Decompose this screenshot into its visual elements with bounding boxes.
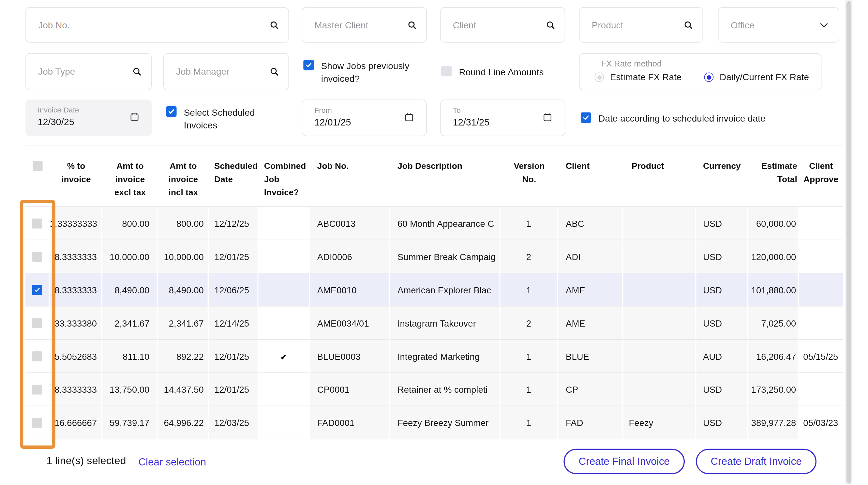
cell-version: 1 <box>500 340 558 373</box>
job-type-field[interactable]: Job Type <box>25 53 152 90</box>
cell-excl: 59,739.17 <box>102 406 158 440</box>
create-draft-invoice-button[interactable]: Create Draft Invoice <box>696 449 816 474</box>
cell-pct: 16.666667 <box>50 406 102 440</box>
cell-combined <box>258 240 310 273</box>
cell-job_no: ADI0006 <box>310 240 390 273</box>
office-select[interactable]: Office <box>718 7 839 43</box>
cell-client: CP <box>558 373 623 406</box>
cell-estimate: 16,206.47 <box>748 340 799 373</box>
cell-excl: 10,000.00 <box>102 240 158 273</box>
product-field[interactable]: Product <box>579 7 703 43</box>
job-no-placeholder: Job No. <box>38 20 269 30</box>
job-no-field[interactable]: Job No. <box>25 7 289 43</box>
cell-job_no: CP0001 <box>310 373 390 406</box>
table-row: 8.333333313,750.0014,437.5012/01/25CP000… <box>25 373 843 406</box>
invoice-date-field[interactable]: Invoice Date 12/30/25 <box>25 100 152 136</box>
cell-approved <box>799 240 843 273</box>
column-header-product: Product <box>623 147 696 206</box>
cell-excl: 8,490.00 <box>102 273 158 307</box>
cell-client: ADI <box>558 240 623 273</box>
cell-estimate: 7,025.00 <box>748 307 799 340</box>
cell-approved <box>799 373 843 406</box>
cell-incl: 10,000.00 <box>158 240 209 273</box>
row-checkbox[interactable] <box>32 351 42 361</box>
cell-estimate: 173,250.00 <box>748 373 799 406</box>
cell-pct: 5.5052683 <box>50 340 102 373</box>
search-icon <box>269 20 279 30</box>
master-client-field[interactable]: Master Client <box>302 7 427 43</box>
fx-daily-current-radio[interactable] <box>704 72 713 82</box>
row-checkbox[interactable] <box>32 318 42 328</box>
cell-pct: 8.3333333 <box>50 240 102 273</box>
fx-estimate-radio[interactable] <box>594 72 604 82</box>
row-checkbox[interactable] <box>32 218 42 228</box>
column-header-client: Client <box>558 147 623 206</box>
cell-sched: 12/06/25 <box>209 273 258 307</box>
cell-version: 1 <box>500 406 558 440</box>
search-icon <box>407 20 417 30</box>
cell-combined <box>258 273 310 307</box>
date-according-checkbox[interactable] <box>581 112 591 123</box>
cell-currency: USD <box>696 240 749 273</box>
row-select-cell <box>25 273 50 307</box>
cell-pct: 8.3333333 <box>50 273 102 307</box>
client-field[interactable]: Client <box>440 7 565 43</box>
row-checkbox[interactable] <box>32 285 42 295</box>
cell-combined <box>258 373 310 406</box>
show-jobs-previously-invoiced-checkbox[interactable] <box>303 60 314 70</box>
cell-excl: 2,341.67 <box>102 307 158 340</box>
product-placeholder: Product <box>592 20 683 30</box>
table-row: 8.33333338,490.008,490.0012/06/25AME0010… <box>25 273 843 307</box>
from-date-field[interactable]: From 12/01/25 <box>302 100 427 136</box>
cell-incl: 800.00 <box>158 207 209 240</box>
column-header-excl: Amt to invoice excl tax <box>102 147 158 206</box>
column-header-combined: Combined Job Invoice? <box>258 147 310 206</box>
cell-approved <box>799 207 843 240</box>
create-final-invoice-button[interactable]: Create Final Invoice <box>563 449 685 474</box>
job-type-placeholder: Job Type <box>38 66 132 77</box>
cell-job_no: AME0010 <box>310 273 390 307</box>
scrollbar-thumb[interactable] <box>846 1 851 483</box>
row-checkbox[interactable] <box>32 252 42 262</box>
cell-client: AME <box>558 273 623 307</box>
invoice-date-value: 12/30/25 <box>37 117 74 128</box>
column-header-sched: Scheduled Date <box>209 147 258 206</box>
cell-product <box>623 340 696 373</box>
cell-approved: 05/15/25 <box>799 340 843 373</box>
cell-version: 2 <box>500 307 558 340</box>
calendar-icon <box>404 112 414 125</box>
clear-selection-link[interactable]: Clear selection <box>138 456 206 468</box>
cell-desc: Retainer at % completi <box>390 373 500 406</box>
to-date-field[interactable]: To 12/31/25 <box>440 100 565 136</box>
column-header-desc: Job Description <box>390 147 500 206</box>
cell-version: 2 <box>500 240 558 273</box>
cell-currency: USD <box>696 207 749 240</box>
select-all-header-cell <box>25 147 50 206</box>
job-manager-field[interactable]: Job Manager <box>163 53 289 90</box>
round-line-amounts-checkbox[interactable] <box>441 66 452 76</box>
column-header-version: Version No. <box>500 147 558 206</box>
date-according-label: Date according to scheduled invoice date <box>598 112 765 125</box>
select-all-checkbox[interactable] <box>33 161 43 171</box>
to-value: 12/31/25 <box>453 117 490 128</box>
cell-sched: 12/03/25 <box>209 406 258 440</box>
cell-currency: USD <box>696 307 749 340</box>
search-icon <box>683 20 693 30</box>
cell-incl: 2,341.67 <box>158 307 209 340</box>
cell-excl: 13,750.00 <box>102 373 158 406</box>
invoice-batch-table: % to invoiceAmt to invoice excl taxAmt t… <box>25 147 843 440</box>
cell-job_no: FAD0001 <box>310 406 390 440</box>
row-checkbox[interactable] <box>32 418 42 428</box>
cell-excl: 800.00 <box>102 207 158 240</box>
office-placeholder: Office <box>731 20 818 30</box>
row-checkbox[interactable] <box>32 384 42 394</box>
cell-job_no: ABC0013 <box>310 207 390 240</box>
cell-product <box>623 240 696 273</box>
client-placeholder: Client <box>453 20 546 30</box>
cell-version: 1 <box>500 273 558 307</box>
selection-count-text: 1 line(s) selected <box>46 455 126 467</box>
cell-client: FAD <box>558 406 623 440</box>
row-select-cell <box>25 307 50 340</box>
select-scheduled-invoices-checkbox[interactable] <box>166 106 177 117</box>
table-row: 16.66666759,739.1764,996.2212/03/25FAD00… <box>25 406 843 440</box>
